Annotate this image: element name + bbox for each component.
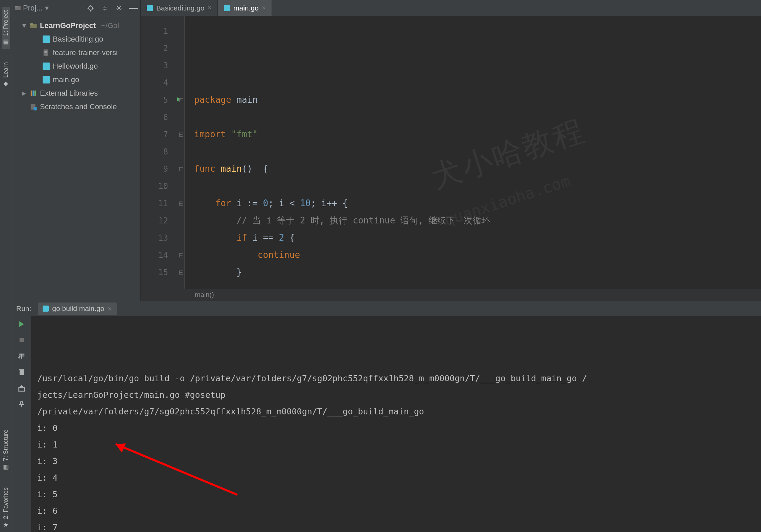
editor-breadcrumb[interactable]: main(): [141, 289, 761, 301]
fold-icon[interactable]: ⊟: [179, 269, 184, 276]
console-line: i: 3: [37, 453, 761, 469]
code-line[interactable]: func main() {: [194, 160, 761, 177]
export-icon[interactable]: [18, 385, 25, 393]
sidebar-tab-learn[interactable]: ◆Learn: [2, 59, 10, 91]
gutter-row[interactable]: 2: [141, 40, 184, 57]
layout-icon[interactable]: [18, 352, 25, 361]
editor-tab-bar: Basicediting.go×main.go×: [141, 0, 761, 16]
gutter-row[interactable]: 3: [141, 57, 184, 74]
code-line[interactable]: [194, 177, 761, 195]
gutter-row[interactable]: 9⊟: [141, 160, 184, 177]
stop-icon[interactable]: [18, 337, 25, 345]
code-line[interactable]: [194, 143, 761, 160]
chevron-right-icon[interactable]: ▸: [21, 87, 27, 100]
code-line[interactable]: import "fmt": [194, 126, 761, 143]
gutter-row[interactable]: 7⊟: [141, 126, 184, 143]
gutter-row[interactable]: 1: [141, 22, 184, 40]
code-line[interactable]: if i == 2 {: [194, 229, 761, 246]
fold-icon[interactable]: ⊟: [179, 165, 184, 173]
console-line: i: 1: [37, 436, 761, 453]
gutter-row[interactable]: 11⊟: [141, 195, 184, 212]
go-file-icon: [147, 5, 153, 11]
left-tool-strip: ▤1: Project ◆Learn ▥7: Structure ★2: Fav…: [0, 0, 12, 532]
sidebar-tab-structure[interactable]: ▥7: Structure: [2, 426, 10, 474]
fold-icon[interactable]: ⊟: [179, 96, 184, 104]
svg-rect-1: [15, 6, 18, 7]
close-icon[interactable]: ×: [262, 4, 266, 11]
code-line[interactable]: }: [194, 264, 761, 281]
fold-icon[interactable]: ⊟: [179, 131, 184, 138]
svg-rect-31: [224, 5, 230, 11]
project-icon: [15, 5, 21, 11]
go-file-icon: [43, 76, 50, 83]
console-line: i: 5: [37, 486, 761, 503]
project-tool-window: Proj...▾ — ▾ LearnGoProject ~/Gol Ba: [12, 0, 141, 301]
editor-tab[interactable]: main.go×: [218, 0, 272, 16]
console-line: jects/LearnGoProject/main.go #gosetup: [37, 387, 761, 403]
gutter-row[interactable]: 6: [141, 108, 184, 126]
code-line[interactable]: [194, 108, 761, 126]
svg-line-15: [120, 6, 121, 7]
settings-icon[interactable]: [115, 4, 123, 13]
go-file-icon: [224, 5, 230, 11]
run-toolbar: [12, 316, 31, 532]
code-line[interactable]: [194, 281, 761, 289]
gutter-row[interactable]: 10: [141, 177, 184, 195]
code-line[interactable]: for i := 0; i < 10; i++ {: [194, 195, 761, 212]
console-line: /private/var/folders/g7/sg02phc552qffxx1…: [37, 403, 761, 420]
svg-marker-34: [19, 321, 24, 327]
run-tool-window: Run: go build main.go ×: [12, 301, 761, 532]
gutter-row[interactable]: 15⊟: [141, 264, 184, 281]
console-line: i: 6: [37, 503, 761, 519]
run-label: Run:: [16, 305, 31, 313]
tree-file[interactable]: Helloworld.go: [15, 59, 140, 73]
tree-project-root[interactable]: ▾ LearnGoProject ~/Gol: [15, 19, 140, 32]
svg-rect-23: [43, 63, 50, 70]
run-console[interactable]: /usr/local/go/bin/go build -o /private/v…: [31, 316, 761, 532]
gutter-row[interactable]: 12: [141, 212, 184, 229]
gutter-row[interactable]: 5⊟: [141, 91, 184, 108]
code-line[interactable]: continue: [194, 246, 761, 264]
editor-gutter: 12345⊟67⊟89⊟1011⊟121314⊟15⊟: [141, 16, 185, 289]
editor-tab[interactable]: Basicediting.go×: [141, 0, 218, 16]
chevron-down-icon[interactable]: ▾: [21, 19, 27, 32]
console-line: i: 0: [37, 420, 761, 436]
tree-file[interactable]: main.go: [15, 73, 140, 87]
tree-file[interactable]: Basicediting.go: [15, 32, 140, 46]
svg-point-7: [118, 7, 120, 9]
svg-rect-30: [147, 5, 153, 11]
console-line: i: 7: [37, 519, 761, 532]
close-icon[interactable]: ×: [108, 305, 112, 313]
gutter-row[interactable]: 13: [141, 229, 184, 246]
delete-icon[interactable]: [18, 368, 25, 377]
fold-icon[interactable]: ⊟: [179, 200, 184, 207]
sidebar-tab-favorites[interactable]: ★2: Favorites: [2, 484, 10, 532]
code-line[interactable]: // 当 i 等于 2 时, 执行 continue 语句, 继续下一次循环: [194, 212, 761, 229]
editor-area: Basicediting.go×main.go× 12345⊟67⊟89⊟101…: [141, 0, 761, 301]
hide-icon[interactable]: —: [129, 4, 138, 13]
gutter-row[interactable]: 4: [141, 74, 184, 91]
library-icon: [30, 90, 37, 97]
code-editor[interactable]: 犬小哈教程 quanxiaoha.com package main import…: [185, 16, 761, 289]
folder-icon: [30, 22, 37, 29]
tree-external-libraries[interactable]: ▸ External Libraries: [15, 87, 140, 100]
tree-file[interactable]: feature-trainer-versi: [15, 46, 140, 59]
svg-rect-27: [34, 91, 36, 96]
gutter-row[interactable]: 8: [141, 143, 184, 160]
project-view-dropdown[interactable]: Proj...▾: [15, 4, 49, 13]
code-line[interactable]: package main: [194, 91, 761, 108]
locate-icon[interactable]: [86, 4, 95, 13]
collapse-icon[interactable]: [100, 4, 109, 13]
pin-icon[interactable]: [18, 401, 25, 409]
rerun-icon[interactable]: [18, 320, 25, 329]
sidebar-tab-project[interactable]: ▤1: Project: [2, 7, 10, 49]
close-icon[interactable]: ×: [208, 4, 211, 11]
tree-scratches[interactable]: Scratches and Console: [15, 100, 140, 114]
gutter-row[interactable]: 14⊟: [141, 246, 184, 264]
fold-icon[interactable]: ⊟: [179, 251, 184, 259]
run-config-tab[interactable]: go build main.go ×: [38, 303, 116, 315]
project-tree: ▾ LearnGoProject ~/Gol Basicediting.gofe…: [12, 16, 140, 114]
text-file-icon: [43, 49, 50, 56]
run-header: Run: go build main.go ×: [12, 301, 761, 316]
svg-line-14: [117, 9, 118, 10]
